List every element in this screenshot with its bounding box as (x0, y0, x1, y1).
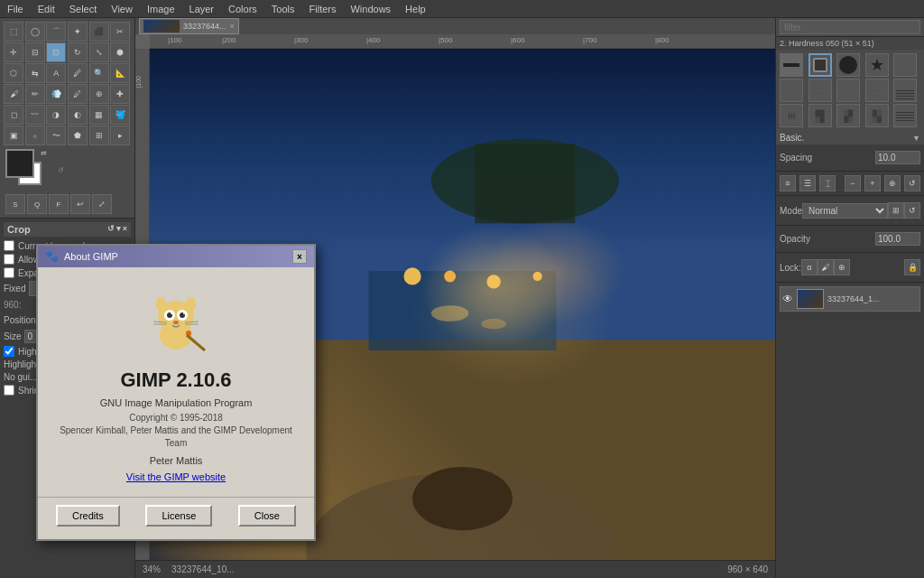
color-reset-icon[interactable]: ↺ (58, 166, 64, 174)
tool-select-by-color[interactable]: ⬛ (89, 22, 109, 42)
brush-scatter5[interactable]: ··· ··· · (865, 79, 889, 102)
tool-warp[interactable]: 〜 (46, 126, 66, 145)
license-button[interactable]: License (145, 505, 212, 527)
view-restore[interactable]: ↩ (70, 194, 90, 214)
tool-scale[interactable]: ⤡ (89, 42, 109, 62)
mode-screen[interactable]: F (49, 194, 69, 214)
expand-center-checkbox[interactable] (4, 267, 14, 278)
lock-alpha-icon[interactable]: α (801, 259, 818, 275)
lock-position-icon[interactable]: ⊕ (834, 259, 850, 275)
options-close-icon[interactable]: × (123, 224, 127, 235)
tool-blend[interactable]: ▣ (4, 126, 23, 145)
brush-hardness050[interactable] (808, 53, 832, 77)
menu-help[interactable]: Help (402, 4, 430, 14)
lock-paint-icon[interactable]: 🖌 (818, 259, 834, 275)
tool-fuzzy-select[interactable]: ✦ (68, 22, 88, 42)
tool-scissors[interactable]: ✂ (110, 22, 130, 42)
mode-standard[interactable]: S (5, 194, 25, 214)
tool-extra[interactable]: ▸ (110, 126, 130, 145)
tool-free-select[interactable]: ⌒ (46, 22, 66, 42)
close-button[interactable]: Close (238, 505, 296, 527)
mode-select[interactable]: Normal (802, 203, 888, 219)
tool-eraser[interactable]: ◻ (4, 105, 23, 125)
foreground-color[interactable] (5, 149, 34, 178)
layer-visibility-icon[interactable]: 👁 (782, 293, 793, 305)
tool-transform[interactable]: ⊞ (89, 126, 109, 145)
paths-icon[interactable]: ⌶ (819, 175, 836, 191)
brush-star[interactable]: ★ (865, 53, 889, 77)
layers-icon[interactable]: ≡ (780, 175, 796, 191)
tool-move[interactable]: ✛ (4, 42, 23, 62)
menu-select[interactable]: Select (66, 4, 101, 14)
menu-filters[interactable]: Filters (306, 4, 340, 14)
spacing-input[interactable] (875, 151, 920, 164)
tool-dodge-burn[interactable]: ◑ (46, 105, 66, 125)
options-menu-icon[interactable]: ▾ (116, 224, 121, 235)
menu-edit[interactable]: Edit (34, 4, 59, 14)
tool-magnify[interactable]: 🔍 (89, 63, 109, 83)
brush-circle-lg[interactable] (836, 53, 860, 77)
tool-crop[interactable]: ⊡ (46, 42, 66, 62)
zoom-in-icon[interactable]: + (864, 175, 881, 191)
menu-image[interactable]: Image (143, 4, 179, 14)
tool-posterize[interactable]: ▦ (89, 105, 109, 125)
mode-quickmask[interactable]: Q (27, 194, 47, 214)
swap-colors-icon[interactable]: ⇄ (41, 149, 47, 157)
tool-flip[interactable]: ⇆ (25, 63, 45, 83)
brush-filter-input[interactable] (780, 20, 920, 34)
layer-row[interactable]: 👁 33237644_1... (780, 286, 920, 312)
brush-texture2[interactable]: ▒▓▓▒ (836, 104, 860, 127)
shrink-checkbox[interactable] (4, 385, 14, 396)
tool-ellipse-select[interactable]: ◯ (25, 22, 45, 42)
visit-website-link[interactable]: Visit the GIMP website (56, 471, 296, 482)
brush-texture3[interactable]: ▓▒▒▓ (865, 104, 889, 127)
tool-path[interactable]: ⬦ (25, 126, 45, 145)
brush-scatter3[interactable]: · ···· · (808, 79, 832, 102)
tool-cage[interactable]: ⬟ (68, 126, 88, 145)
credits-button[interactable]: Credits (56, 505, 120, 527)
zoom-out-icon[interactable]: − (845, 175, 861, 191)
view-shrink[interactable]: ⤢ (92, 194, 112, 214)
mode-extra-icon[interactable]: ⊞ (888, 202, 904, 219)
tool-align[interactable]: ⊟ (25, 42, 45, 62)
image-tab[interactable]: 33237644... × (139, 18, 239, 34)
brush-hardline[interactable] (780, 53, 803, 77)
menu-tools[interactable]: Tools (268, 4, 299, 14)
tool-clone[interactable]: ⊕ (89, 84, 109, 104)
lock-all-icon[interactable]: 🔒 (904, 259, 920, 275)
tool-bucket[interactable]: 🪣 (110, 105, 130, 125)
brush-scatter2[interactable]: ·· ·· · · (780, 79, 803, 102)
dialog-close-titlebar-button[interactable]: × (292, 249, 307, 264)
menu-file[interactable]: File (4, 4, 27, 14)
mode-reset-icon[interactable]: ↺ (904, 202, 920, 219)
tool-rect-select[interactable]: ⬚ (4, 22, 23, 42)
tool-pencil[interactable]: ✏ (25, 84, 45, 104)
tool-measure[interactable]: 📐 (110, 63, 130, 83)
tool-rotate[interactable]: ↻ (68, 42, 88, 62)
current-layer-checkbox[interactable] (4, 240, 14, 251)
tool-text[interactable]: A (46, 63, 66, 83)
reset-icon[interactable]: ↺ (904, 175, 920, 191)
brush-texture1[interactable]: ▓▓▒▓ (808, 104, 832, 127)
brush-scatter1[interactable]: ····· · (893, 53, 917, 77)
tool-smudge[interactable]: 〰 (25, 105, 45, 125)
allow-growing-checkbox[interactable] (4, 254, 14, 265)
tool-perspective[interactable]: ⬡ (4, 63, 23, 83)
tool-shear[interactable]: ⬢ (110, 42, 130, 62)
options-reset-icon[interactable]: ↺ (107, 224, 115, 235)
tool-color-picker[interactable]: 🖉 (68, 63, 88, 83)
brush-grass[interactable]: 𝍖 (780, 104, 803, 127)
color-selector[interactable]: ⇄ (5, 149, 47, 191)
tab-close-icon[interactable]: × (230, 22, 235, 31)
brush-preset-dropdown[interactable]: ▼ (912, 134, 920, 143)
tool-heal[interactable]: ✚ (110, 84, 130, 104)
menu-colors[interactable]: Colors (225, 4, 261, 14)
tool-ink[interactable]: 🖊 (68, 84, 88, 104)
brush-texture4[interactable] (893, 104, 917, 127)
menu-view[interactable]: View (107, 4, 136, 14)
highlight-checkbox[interactable] (4, 346, 14, 357)
opacity-input[interactable] (875, 232, 920, 246)
pan-icon[interactable]: ⊕ (884, 175, 901, 191)
brush-scatter4[interactable]: ·· · ··· · (836, 79, 860, 102)
tool-paint[interactable]: 🖌 (4, 84, 23, 104)
